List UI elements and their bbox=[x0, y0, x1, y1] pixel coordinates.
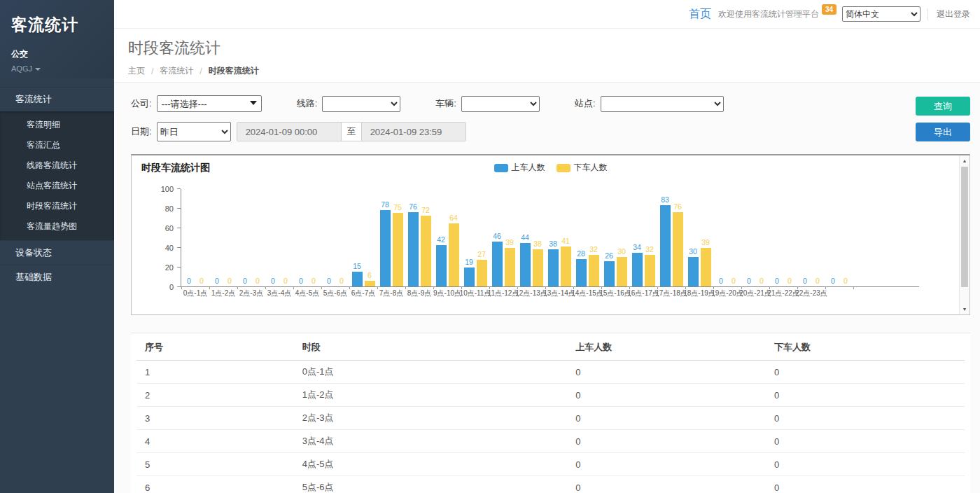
bar bbox=[408, 212, 419, 286]
table-cell: 0 bbox=[766, 361, 965, 384]
bar-value-label: 76 bbox=[673, 202, 682, 211]
bar-value-label: 72 bbox=[421, 206, 430, 215]
bar-column: 0 bbox=[253, 277, 263, 286]
bar-value-label: 41 bbox=[561, 237, 570, 246]
bar-value-label: 34 bbox=[633, 243, 641, 252]
table-row: 21点-2点00 bbox=[136, 384, 965, 407]
sidebar-subitem-4[interactable]: 时段客流统计 bbox=[0, 196, 114, 216]
bar-column: 0 bbox=[757, 277, 767, 286]
breadcrumb-current: 时段客流统计 bbox=[209, 65, 259, 77]
account-switcher[interactable]: AQGJ bbox=[11, 64, 103, 73]
bar-column: 27 bbox=[477, 250, 487, 286]
bar-column: 32 bbox=[645, 245, 655, 286]
vehicle-select[interactable] bbox=[461, 96, 540, 112]
bar-group: 303918点-19点 bbox=[685, 188, 713, 286]
bar-column: 46 bbox=[492, 232, 503, 286]
table-cell: 3点-4点 bbox=[294, 430, 567, 453]
bar-column: 83 bbox=[660, 195, 671, 286]
scroll-down-icon[interactable]: ▼ bbox=[960, 304, 969, 314]
vehicle-label: 车辆: bbox=[435, 97, 456, 110]
bar-value-label: 78 bbox=[381, 200, 389, 209]
table-cell: 4点-5点 bbox=[294, 453, 567, 476]
scroll-up-icon[interactable]: ▲ bbox=[960, 155, 969, 166]
station-select[interactable] bbox=[601, 96, 724, 112]
chart-title: 时段车流统计图 bbox=[141, 162, 210, 174]
breadcrumb-home[interactable]: 主页 bbox=[128, 65, 145, 77]
y-axis-label: 20 bbox=[165, 263, 174, 272]
bar-value-label: 30 bbox=[689, 247, 697, 256]
x-axis-label: 8点-9点 bbox=[407, 289, 431, 298]
x-axis-label: 4点-5点 bbox=[295, 289, 319, 298]
x-axis-label: 10点-11点 bbox=[460, 289, 491, 298]
bar-group: 0021点-22点 bbox=[769, 188, 797, 286]
bar-group: 000点-1点 bbox=[181, 188, 209, 286]
sidebar-subitem-0[interactable]: 客流明细 bbox=[0, 115, 114, 135]
bar-group: 1566点-7点 bbox=[349, 188, 377, 286]
bar-column: 0 bbox=[296, 277, 307, 286]
sidebar-item-device-status[interactable]: 设备状态 bbox=[0, 240, 114, 265]
bar-value-label: 32 bbox=[645, 245, 654, 254]
y-axis-label: 40 bbox=[165, 244, 174, 252]
chart-scrollbar[interactable]: ▲ ▼ bbox=[959, 155, 969, 314]
bar-group: 837617点-18点 bbox=[657, 188, 685, 286]
legend-item[interactable]: 上车人数 bbox=[494, 162, 545, 174]
table-cell: 5点-6点 bbox=[294, 476, 567, 493]
breadcrumb-separator: / bbox=[200, 67, 202, 76]
sidebar-item-passenger-stats[interactable]: 客流统计 bbox=[0, 87, 114, 111]
bar-group: 0023点-24点 bbox=[825, 188, 853, 286]
chart-panel: 时段车流统计图 上车人数下车人数 020406080100 000点-1点001… bbox=[131, 154, 970, 315]
bar-column: 0 bbox=[184, 277, 195, 286]
export-button[interactable]: 导出 bbox=[916, 123, 970, 141]
bar-value-label: 0 bbox=[732, 277, 736, 286]
table-row: 43点-4点00 bbox=[136, 430, 965, 453]
sidebar-item-base-data[interactable]: 基础数据 bbox=[0, 265, 114, 289]
bar-value-label: 0 bbox=[760, 277, 764, 286]
table-cell: 0 bbox=[567, 407, 766, 430]
sidebar-subitem-2[interactable]: 线路客流统计 bbox=[0, 155, 114, 176]
bar-value-label: 15 bbox=[353, 262, 361, 271]
bar bbox=[477, 260, 487, 286]
breadcrumb-section[interactable]: 客流统计 bbox=[160, 65, 193, 77]
x-axis-label: 15点-16点 bbox=[599, 289, 631, 298]
sidebar-subitem-3[interactable]: 站点客流统计 bbox=[0, 176, 114, 196]
bar-column: 39 bbox=[701, 238, 711, 286]
bar-column: 0 bbox=[240, 277, 251, 286]
bar bbox=[589, 255, 599, 286]
bar-chart: 020406080100 000点-1点001点-2点002点-3点003点-4… bbox=[151, 189, 919, 287]
bar-column: 0 bbox=[268, 277, 279, 286]
bar-group: 283214点-15点 bbox=[573, 188, 601, 286]
bar-column: 64 bbox=[449, 214, 459, 286]
company-select[interactable]: ---请选择--- bbox=[157, 95, 262, 112]
x-axis-label: 1点-2点 bbox=[211, 289, 235, 298]
x-axis-label: 9点-10点 bbox=[433, 289, 461, 298]
bar bbox=[421, 216, 431, 286]
table-cell: 3 bbox=[136, 407, 294, 430]
date-label: 日期: bbox=[131, 125, 152, 138]
bar-column: 32 bbox=[589, 245, 599, 286]
language-select[interactable]: 简体中文 bbox=[842, 6, 920, 22]
bar-group: 192710点-11点 bbox=[461, 188, 489, 286]
bar-value-label: 76 bbox=[409, 202, 417, 211]
line-select[interactable] bbox=[322, 96, 400, 112]
bar bbox=[520, 243, 531, 286]
bar-column: 0 bbox=[772, 277, 783, 286]
sidebar-subitem-5[interactable]: 客流量趋势图 bbox=[0, 216, 114, 237]
bar-value-label: 27 bbox=[477, 250, 486, 259]
sidebar-subitem-1[interactable]: 客流汇总 bbox=[0, 135, 114, 155]
bar bbox=[632, 253, 643, 286]
scrollbar-thumb[interactable] bbox=[961, 167, 968, 287]
logout-link[interactable]: 退出登录 bbox=[927, 8, 970, 20]
bar-value-label: 75 bbox=[393, 203, 402, 212]
bar-value-label: 26 bbox=[605, 251, 613, 261]
bar-column: 0 bbox=[197, 277, 207, 286]
home-link[interactable]: 首页 bbox=[689, 7, 711, 22]
bar bbox=[701, 248, 711, 286]
legend-item[interactable]: 下车人数 bbox=[556, 162, 608, 174]
date-preset-select[interactable]: 昨日 bbox=[157, 122, 231, 141]
table-cell: 6 bbox=[136, 476, 294, 493]
bar-column: 44 bbox=[520, 233, 531, 286]
date-end-input[interactable] bbox=[362, 123, 465, 141]
date-start-input[interactable] bbox=[237, 123, 341, 141]
query-button[interactable]: 查询 bbox=[916, 97, 970, 116]
table-row: 32点-3点00 bbox=[136, 407, 965, 430]
